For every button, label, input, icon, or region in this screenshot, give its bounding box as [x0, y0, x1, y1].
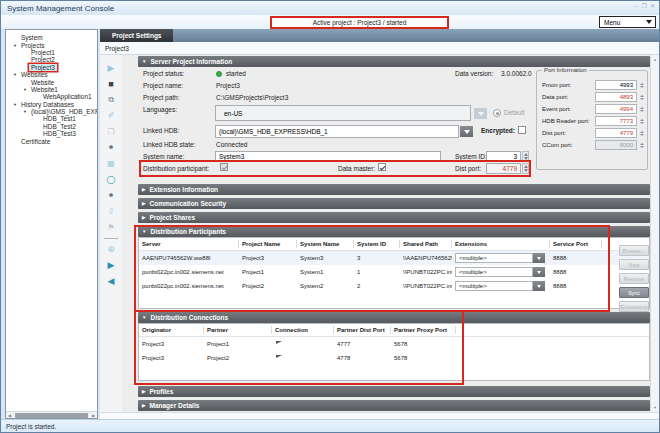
system-id-field[interactable]: 3 — [486, 151, 521, 162]
stop-project-icon[interactable]: ■ — [100, 76, 122, 92]
hdb-reader-port-field[interactable]: 7773 — [595, 116, 637, 126]
extensions-dropdown[interactable]: <multiple> — [455, 267, 533, 277]
minimize-icon[interactable]: ─ — [634, 3, 638, 10]
distribution-participants-header[interactable]: ▼ Distribution Participants — [138, 226, 650, 237]
connection-row[interactable]: Project3 Project1 4777 5678 — [139, 337, 649, 351]
scroll-down-icon[interactable]: ▼ — [653, 405, 657, 410]
linked-hdb-dropdown-button[interactable] — [460, 126, 473, 137]
remove-button[interactable]: Remove — [619, 273, 649, 284]
dist-port-info-field[interactable]: 4779 — [595, 128, 637, 138]
event-port-field[interactable]: 4994 — [595, 104, 637, 114]
tree-item-websites[interactable]: ▼Websites — [6, 71, 97, 78]
manager-details-header[interactable]: ▶ Manager Details — [138, 400, 650, 411]
distribution-connections-header[interactable]: ▼ Distribution Connections — [138, 312, 650, 323]
tree-item-webapplication1[interactable]: WebApplication1 — [6, 93, 97, 100]
ccom-port-spinner[interactable] — [638, 140, 645, 150]
col-originator[interactable]: Originator — [139, 326, 204, 334]
participant-row[interactable]: punbt022pc.in002.siemens.net Project1 Sy… — [139, 265, 649, 279]
server-project-information-header[interactable]: ▼ Server Project Information — [138, 56, 650, 67]
close-icon[interactable]: ✕ — [650, 3, 655, 10]
new-button[interactable]: New — [619, 259, 649, 270]
scroll-up-icon[interactable]: ▲ — [653, 57, 657, 62]
maximize-icon[interactable]: ❒ — [642, 3, 647, 10]
sync-button[interactable]: Sync — [619, 287, 649, 298]
chevron-down-icon[interactable] — [533, 281, 545, 291]
data-port-spinner[interactable] — [638, 92, 645, 102]
participant-row[interactable]: punbt022pc.in002.siemens.net Project2 Sy… — [139, 279, 649, 293]
col-shared-path[interactable]: Shared Path — [400, 240, 452, 248]
chevron-down-icon[interactable] — [533, 267, 545, 277]
save-project-icon[interactable]: ▦ — [100, 156, 122, 172]
col-partner-proxy-port[interactable]: Partner Proxy Port — [391, 326, 456, 334]
ccom-port-field[interactable]: 8000 — [595, 140, 637, 150]
tree-horizontal-scrollbar[interactable]: ◀ ▶ — [6, 411, 97, 418]
menu-dropdown[interactable]: Menu — [599, 16, 656, 28]
project-shares-header[interactable]: ▶ Project Shares — [138, 212, 650, 223]
scroll-left-icon[interactable]: ◀ — [6, 413, 13, 418]
tree-item-project3[interactable]: Project3 — [6, 64, 97, 71]
pmon-port-spinner[interactable] — [638, 80, 645, 90]
col-server[interactable]: Server — [139, 240, 239, 248]
horizontal-scrollbar-track[interactable] — [100, 412, 659, 419]
tree-item-hdb-test2[interactable]: HDB_Test2 — [6, 123, 97, 130]
link-project-icon[interactable]: ⚭ — [100, 140, 122, 156]
tree-item-project2[interactable]: Project2 — [6, 56, 97, 63]
col-partner-dist-port[interactable]: Partner Dist Port — [334, 326, 391, 334]
linked-hdb-combo[interactable]: (local)\GMS_HDB_EXPRESS\HDB_1 — [215, 125, 459, 138]
extension-information-header[interactable]: ▶ Extension Information — [138, 184, 650, 195]
connection-row[interactable]: Project3 Project2 4778 5678 — [139, 351, 649, 365]
default-radio[interactable] — [493, 109, 501, 117]
event-port-spinner[interactable] — [638, 104, 645, 114]
extensions-dropdown[interactable]: <multiple> — [455, 253, 533, 263]
communication-security-header[interactable]: ▶ Communication Security — [138, 198, 650, 209]
tree-expander-icon[interactable]: ▼ — [21, 109, 29, 114]
tree-item-system[interactable]: System — [6, 34, 97, 41]
system-name-field[interactable]: System3 — [215, 151, 441, 162]
languages-listbox[interactable]: en-US — [215, 105, 471, 121]
history-database-icon[interactable]: ◯ — [100, 172, 122, 188]
col-partner[interactable]: Partner — [204, 326, 272, 334]
data-port-field[interactable]: 4893 — [595, 92, 637, 102]
tree-item-website1[interactable]: ▼Website1 — [6, 86, 97, 93]
tree-item-history-databases[interactable]: ▼History Databases — [6, 101, 97, 108]
tree-item-hdb-test3[interactable]: HDB_Test3 — [6, 130, 97, 137]
participant-row[interactable]: AAENPU746562W.ww88l Project3 System3 3 \… — [139, 251, 649, 265]
activate-icon[interactable]: ▶ — [100, 257, 122, 273]
col-system-name[interactable]: System Name — [297, 240, 354, 248]
profiles-header[interactable]: ▶ Profiles — [138, 386, 650, 397]
browse-button[interactable]: Browse... — [619, 245, 649, 256]
scrollbar-thumb[interactable] — [15, 413, 88, 418]
hdb-reader-port-spinner[interactable] — [638, 116, 645, 126]
extensions-dropdown[interactable]: <multiple> — [455, 281, 533, 291]
tree-expander-icon[interactable]: ▼ — [11, 43, 19, 48]
system-id-spinner[interactable] — [522, 151, 529, 162]
tree-item-projects[interactable]: ▼Projects — [6, 41, 97, 48]
deactivate-icon[interactable]: ◀ — [100, 273, 122, 289]
chevron-down-icon[interactable] — [533, 253, 545, 263]
tab-project3[interactable]: Project3 — [105, 45, 129, 52]
tree-expander-icon[interactable]: ▼ — [21, 87, 29, 92]
start-project-icon[interactable]: ▶ — [100, 60, 122, 76]
tree-item-hdb-test1[interactable]: HDB_Test1 — [6, 115, 97, 122]
distribution-users-icon[interactable]: ⚭ — [100, 188, 122, 204]
vertical-scrollbar[interactable]: ▲ ▼ — [650, 55, 659, 412]
tree-item-project1[interactable]: Project1 — [6, 49, 97, 56]
distribution-participant-checkbox[interactable] — [220, 163, 228, 171]
pmon-port-field[interactable]: 4993 — [595, 80, 637, 90]
tree-expander-icon[interactable]: ▼ — [11, 102, 19, 107]
col-connection[interactable]: Connection — [272, 326, 334, 334]
tree-expander-icon[interactable]: ▼ — [11, 72, 19, 77]
add-icon[interactable]: ⊕ — [100, 241, 122, 257]
copy-project-icon[interactable]: ⧉ — [100, 92, 122, 108]
dist-port-spinner[interactable] — [522, 163, 529, 174]
restore-project-icon[interactable]: ❒ — [100, 124, 122, 140]
tab-project-settings[interactable]: Project Settings — [100, 29, 173, 42]
extensions-button[interactable]: Extensions — [619, 301, 649, 312]
tree-item-certificate[interactable]: Certificate — [6, 137, 97, 144]
dist-port-field[interactable]: 4779 — [486, 163, 521, 174]
tree-item-hdb-server[interactable]: ▼(local)\GMS_HDB_EXPRES — [6, 108, 97, 115]
col-extensions[interactable]: Extensions — [452, 240, 550, 248]
scroll-right-icon[interactable]: ▶ — [90, 413, 97, 418]
col-service-port[interactable]: Service Port — [550, 240, 602, 248]
col-system-id[interactable]: System ID — [354, 240, 400, 248]
